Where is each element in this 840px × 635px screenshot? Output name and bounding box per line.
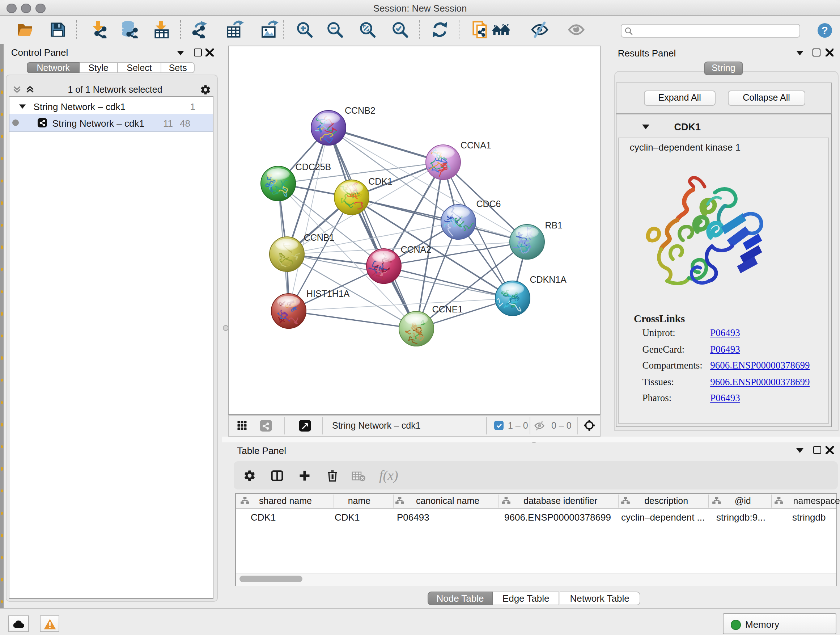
- svg-text:CCNA2: CCNA2: [400, 244, 431, 254]
- svg-text:CCNA1: CCNA1: [460, 140, 491, 150]
- svg-text:CDC6: CDC6: [476, 198, 500, 209]
- svg-text:RB1: RB1: [545, 220, 562, 230]
- svg-text:CDK1: CDK1: [368, 176, 392, 186]
- svg-text:HIST1H1A: HIST1H1A: [306, 288, 349, 298]
- svg-text:CCNB2: CCNB2: [344, 105, 375, 115]
- svg-text:CCNE1: CCNE1: [432, 304, 463, 314]
- svg-text:CDC25B: CDC25B: [295, 162, 331, 172]
- svg-text:CDKN1A: CDKN1A: [529, 274, 566, 284]
- svg-text:CCNB1: CCNB1: [303, 232, 334, 242]
